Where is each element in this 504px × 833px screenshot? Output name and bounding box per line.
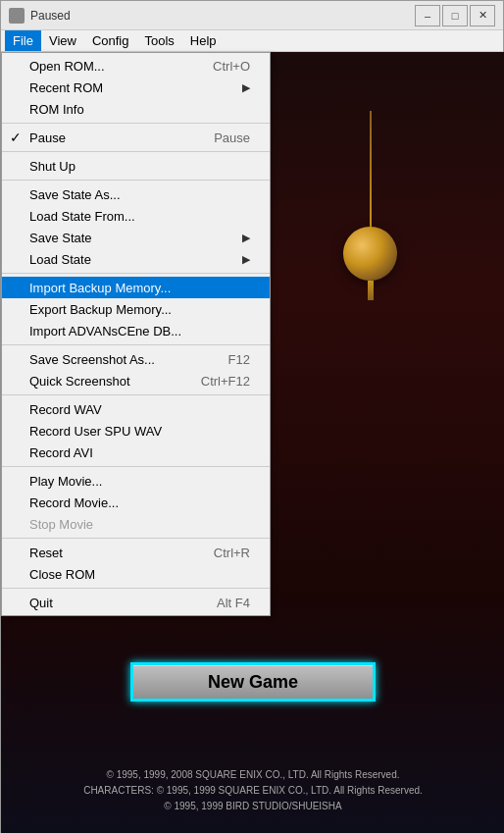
separator-2 bbox=[2, 151, 270, 152]
file-dropdown-menu: Open ROM... Ctrl+O Recent ROM ▶ ROM Info… bbox=[1, 52, 271, 616]
menu-save-state-as[interactable]: Save State As... bbox=[2, 183, 270, 205]
copyright-area: © 1995, 1999, 2008 SQUARE ENIX CO., LTD.… bbox=[1, 767, 504, 814]
menu-record-user-spu-wav[interactable]: Record User SPU WAV bbox=[2, 420, 270, 442]
pendulum-tip bbox=[368, 281, 374, 300]
menu-load-state-from[interactable]: Load State From... bbox=[2, 205, 270, 227]
copyright-line-3: © 1995, 1999 BIRD STUDIO/SHUEISHA bbox=[1, 799, 504, 814]
menu-rom-info[interactable]: ROM Info bbox=[2, 98, 270, 120]
main-window: Paused – □ ✕ File View Config Tools Help bbox=[0, 0, 504, 833]
menu-recent-rom[interactable]: Recent ROM ▶ bbox=[2, 77, 270, 98]
menu-help[interactable]: Help bbox=[182, 30, 225, 51]
separator-3 bbox=[2, 180, 270, 181]
new-game-button[interactable]: New Game bbox=[130, 662, 376, 702]
title-bar: Paused – □ ✕ bbox=[1, 1, 503, 30]
menu-import-advans[interactable]: Import ADVANsCEne DB... bbox=[2, 320, 270, 341]
separator-5 bbox=[2, 344, 270, 345]
menu-bar: File View Config Tools Help bbox=[1, 30, 503, 52]
copyright-line-2: CHARACTERS: © 1995, 1999 SQUARE ENIX CO.… bbox=[1, 783, 504, 799]
minimize-button[interactable]: – bbox=[415, 5, 440, 26]
menu-record-movie[interactable]: Record Movie... bbox=[2, 492, 270, 513]
menu-save-state[interactable]: Save State ▶ bbox=[2, 227, 270, 248]
menu-record-avi[interactable]: Record AVI bbox=[2, 442, 270, 463]
menu-view[interactable]: View bbox=[41, 30, 84, 51]
check-icon: ✓ bbox=[10, 130, 22, 145]
separator-1 bbox=[2, 123, 270, 124]
menu-play-movie[interactable]: Play Movie... bbox=[2, 470, 270, 492]
menu-file[interactable]: File bbox=[5, 30, 41, 51]
separator-9 bbox=[2, 588, 270, 589]
menu-load-state[interactable]: Load State ▶ bbox=[2, 248, 270, 270]
menu-config[interactable]: Config bbox=[84, 30, 137, 51]
pendulum-bob bbox=[343, 227, 397, 281]
separator-4 bbox=[2, 273, 270, 274]
menu-close-rom[interactable]: Close ROM bbox=[2, 563, 270, 585]
menu-pause[interactable]: ✓ Pause Pause bbox=[2, 127, 270, 148]
menu-quit[interactable]: Quit Alt F4 bbox=[2, 592, 270, 613]
copyright-line-1: © 1995, 1999, 2008 SQUARE ENIX CO., LTD.… bbox=[1, 767, 504, 783]
app-icon bbox=[9, 8, 25, 24]
menu-open-rom[interactable]: Open ROM... Ctrl+O bbox=[2, 55, 270, 77]
menu-record-wav[interactable]: Record WAV bbox=[2, 398, 270, 420]
window-title: Paused bbox=[30, 9, 415, 23]
close-button[interactable]: ✕ bbox=[470, 5, 495, 26]
menu-reset[interactable]: Reset Ctrl+R bbox=[2, 542, 270, 563]
maximize-button[interactable]: □ bbox=[442, 5, 468, 26]
menu-quick-screenshot[interactable]: Quick Screenshot Ctrl+F12 bbox=[2, 370, 270, 391]
menu-import-backup[interactable]: Import Backup Memory... bbox=[2, 277, 270, 298]
separator-7 bbox=[2, 466, 270, 467]
menu-export-backup[interactable]: Export Backup Memory... bbox=[2, 298, 270, 320]
separator-8 bbox=[2, 538, 270, 539]
menu-save-screenshot[interactable]: Save Screenshot As... F12 bbox=[2, 348, 270, 370]
window-controls: – □ ✕ bbox=[415, 5, 495, 26]
menu-stop-movie: Stop Movie bbox=[2, 513, 270, 535]
menu-shut-up[interactable]: Shut Up bbox=[2, 155, 270, 177]
separator-6 bbox=[2, 394, 270, 395]
menu-tools[interactable]: Tools bbox=[136, 30, 181, 51]
